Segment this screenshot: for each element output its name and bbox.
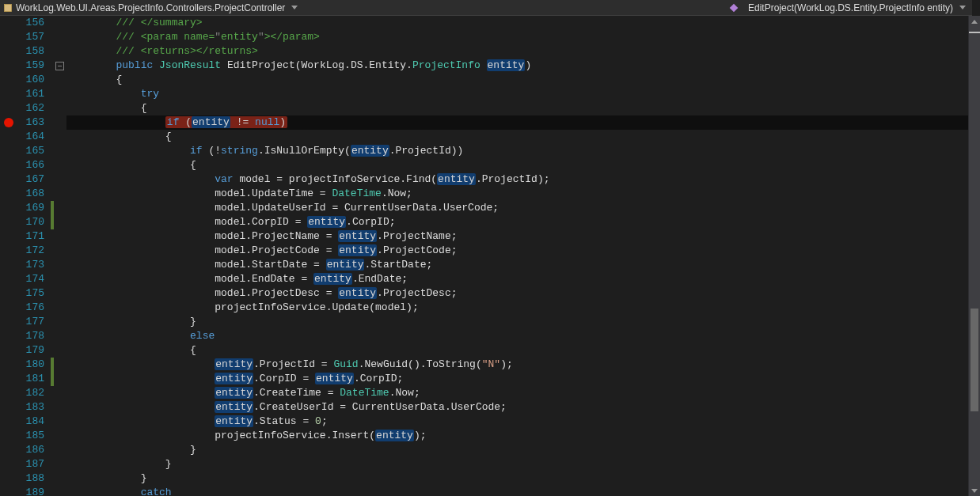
line-number: 161	[17, 87, 44, 101]
code-line[interactable]: model.UpdateUserId = CurrentUserData.Use…	[66, 201, 980, 215]
code-line[interactable]: {	[66, 130, 980, 144]
code-line[interactable]: model.UpdateTime = DateTime.Now;	[66, 187, 980, 201]
code-line[interactable]: }	[66, 315, 980, 329]
chevron-down-icon[interactable]	[959, 6, 966, 9]
code-line[interactable]: else	[66, 329, 980, 343]
code-line[interactable]: /// </summary>	[66, 16, 980, 30]
scroll-down-arrow[interactable]	[969, 485, 980, 496]
line-number: 186	[17, 443, 44, 457]
code-line[interactable]: entity.CreateUserId = CurrentUserData.Us…	[66, 400, 980, 415]
code-line[interactable]: if (entity != null)	[66, 115, 980, 130]
code-line[interactable]: {	[66, 101, 980, 115]
code-line[interactable]: entity.ProjectId = Guid.NewGuid().ToStri…	[66, 358, 980, 372]
outline-collapse-icon[interactable]	[55, 62, 64, 70]
code-line[interactable]: try	[66, 87, 980, 101]
code-line[interactable]: }	[66, 457, 980, 471]
line-number: 168	[17, 187, 44, 201]
code-line[interactable]: /// <returns></returns>	[66, 44, 980, 59]
line-number-gutter: 1561571581591601611621631641651661671681…	[17, 16, 51, 496]
code-line[interactable]: entity.CorpID = entity.CorpID;	[66, 372, 980, 386]
svg-rect-0	[5, 4, 12, 11]
line-number: 158	[17, 44, 44, 59]
outlining-margin[interactable]	[55, 16, 66, 496]
line-number: 175	[17, 286, 44, 301]
code-line[interactable]: model.EndDate = entity.EndDate;	[66, 272, 980, 286]
line-number: 166	[17, 158, 44, 172]
method-dropdown[interactable]: EditProject(WorkLog.DS.Entity.ProjectInf…	[748, 2, 953, 13]
caret-indicator	[969, 32, 980, 33]
line-number: 159	[17, 59, 44, 73]
code-line[interactable]: entity.Status = 0;	[66, 415, 980, 429]
scroll-up-arrow[interactable]	[969, 16, 980, 27]
line-number: 179	[17, 343, 44, 358]
line-number: 165	[17, 144, 44, 158]
line-number: 169	[17, 201, 44, 215]
scrollbar-thumb[interactable]	[971, 309, 978, 411]
breakpoint-icon[interactable]	[4, 118, 13, 127]
line-number: 187	[17, 457, 44, 471]
line-number: 178	[17, 329, 44, 343]
code-line[interactable]: {	[66, 343, 980, 358]
code-line[interactable]: var model = projectInfoService.Find(enti…	[66, 172, 980, 187]
code-line[interactable]: catch	[66, 486, 980, 496]
line-number: 181	[17, 372, 44, 386]
modified-line-mark	[51, 215, 54, 229]
vertical-scrollbar[interactable]	[968, 16, 980, 496]
code-line[interactable]: if (!string.IsNullOrEmpty(entity.Project…	[66, 144, 980, 158]
line-number: 156	[17, 16, 44, 30]
line-number: 184	[17, 415, 44, 429]
line-number: 163	[17, 115, 44, 130]
code-line[interactable]: {	[66, 73, 980, 87]
code-line[interactable]: {	[66, 158, 980, 172]
class-icon	[3, 3, 13, 13]
line-number: 173	[17, 258, 44, 272]
class-dropdown[interactable]: WorkLog.Web.UI.Areas.ProjectInfo.Control…	[16, 2, 285, 13]
code-line[interactable]: model.CorpID = entity.CorpID;	[66, 215, 980, 229]
line-number: 180	[17, 358, 44, 372]
line-number: 182	[17, 386, 44, 400]
modified-line-mark	[51, 372, 54, 386]
code-line[interactable]: projectInfoService.Insert(entity);	[66, 429, 980, 443]
code-line[interactable]: model.ProjectDesc = entity.ProjectDesc;	[66, 286, 980, 301]
code-line[interactable]: /// <param name="entity"></param>	[66, 30, 980, 44]
line-number: 160	[17, 73, 44, 87]
line-number: 167	[17, 172, 44, 187]
line-number: 177	[17, 315, 44, 329]
code-line[interactable]: public JsonResult EditProject(WorkLog.DS…	[66, 59, 980, 73]
line-number: 185	[17, 429, 44, 443]
method-icon	[729, 3, 739, 13]
code-line[interactable]: model.ProjectCode = entity.ProjectCode;	[66, 244, 980, 258]
code-line[interactable]: model.ProjectName = entity.ProjectName;	[66, 229, 980, 244]
line-number: 176	[17, 301, 44, 315]
breakpoint-margin[interactable]	[0, 16, 17, 496]
modified-line-mark	[51, 358, 54, 372]
line-number: 162	[17, 101, 44, 115]
line-number: 171	[17, 229, 44, 244]
line-number: 188	[17, 471, 44, 486]
line-number: 157	[17, 30, 44, 44]
code-line[interactable]: }	[66, 443, 980, 457]
line-number: 174	[17, 272, 44, 286]
line-number: 170	[17, 215, 44, 229]
line-number: 189	[17, 486, 44, 496]
code-line[interactable]: model.StartDate = entity.StartDate;	[66, 258, 980, 272]
navigation-breadcrumb: WorkLog.Web.UI.Areas.ProjectInfo.Control…	[0, 0, 972, 16]
code-line[interactable]: }	[66, 471, 980, 486]
modified-line-mark	[51, 201, 54, 215]
line-number: 172	[17, 244, 44, 258]
code-line[interactable]: projectInfoService.Update(model);	[66, 301, 980, 315]
code-area[interactable]: /// </summary> /// <param name="entity">…	[66, 16, 980, 496]
svg-rect-1	[730, 3, 739, 12]
code-editor[interactable]: 1561571581591601611621631641651661671681…	[0, 16, 980, 496]
line-number: 164	[17, 130, 44, 144]
code-line[interactable]: entity.CreateTime = DateTime.Now;	[66, 386, 980, 400]
chevron-down-icon[interactable]	[291, 6, 298, 9]
line-number: 183	[17, 400, 44, 415]
